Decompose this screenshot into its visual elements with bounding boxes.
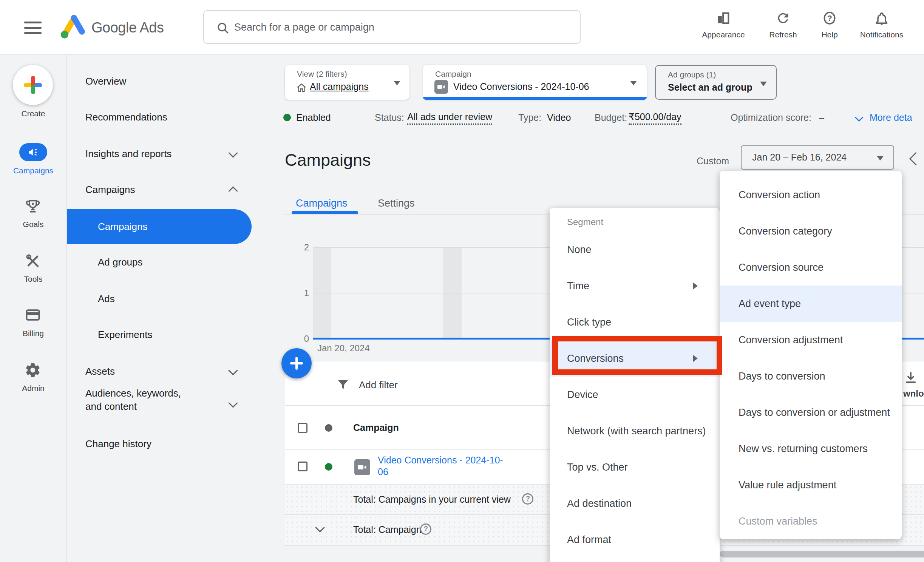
submenu-item-new-vs-returning[interactable]: New vs. returning customers (720, 431, 902, 467)
nav-item-audiences[interactable]: Audiences, keywords, and content (85, 387, 184, 413)
budget-label: Budget: (595, 112, 627, 123)
rail-item-billing[interactable] (25, 307, 41, 325)
nav-item-assets[interactable]: Assets (85, 366, 115, 377)
rail-item-tools[interactable] (25, 253, 41, 271)
menu-item-none[interactable]: None (550, 232, 720, 268)
enabled-label[interactable]: Enabled (296, 112, 331, 123)
trophy-icon (25, 198, 41, 215)
submenu-item-value-rule-adjustment[interactable]: Value rule adjustment (720, 467, 902, 503)
tools-icon (25, 253, 41, 269)
download-label-clipped: wnloa (903, 388, 924, 399)
view-filter-label: View (2 filters) (297, 69, 347, 79)
nav-item-ads[interactable]: Ads (98, 293, 115, 305)
main-menu-icon[interactable] (24, 17, 44, 37)
create-plus-icon (31, 76, 35, 94)
create-button[interactable] (13, 65, 53, 105)
date-range-selector[interactable]: Jan 20 – Feb 16, 2024 (741, 145, 894, 170)
menu-item-network[interactable]: Network (with search partners) (550, 413, 720, 449)
nav-item-recommendations[interactable]: Recommendations (85, 111, 167, 123)
campaign-column-header[interactable]: Campaign (353, 422, 399, 433)
menu-item-time[interactable]: Time (550, 268, 720, 304)
add-filter-button[interactable]: Add filter (359, 379, 398, 391)
campaign-filter-chip[interactable]: Campaign Video Conversions - 2024-10-06 (423, 65, 647, 100)
submenu-item-conversion-category[interactable]: Conversion category (720, 213, 902, 249)
collapse-panel-icon[interactable] (909, 152, 922, 165)
row-checkbox[interactable] (298, 462, 307, 471)
chevron-down-icon[interactable] (228, 366, 238, 375)
rail-item-goals[interactable] (25, 198, 41, 216)
enabled-status-dot (283, 114, 291, 121)
chevron-down-icon[interactable] (228, 148, 238, 157)
nav-item-change-history[interactable]: Change history (85, 438, 151, 450)
menu-item-device[interactable]: Device (550, 377, 720, 413)
type-label: Type: (518, 112, 541, 123)
optimization-score-label: Optimization score: (731, 112, 811, 123)
view-filter-chip[interactable]: View (2 filters) All campaigns (285, 65, 409, 100)
chevron-down-icon[interactable] (228, 398, 238, 408)
campaign-name-link[interactable]: Video Conversions - 2024-10-06 (378, 454, 510, 478)
submenu-item-conversion-source[interactable]: Conversion source (720, 249, 902, 286)
rail-tools-label: Tools (0, 275, 66, 284)
nav-item-insights[interactable]: Insights and reports (85, 148, 172, 160)
chevron-up-icon[interactable] (228, 186, 238, 196)
google-ads-logo-icon (60, 15, 85, 39)
hamburger-bar (24, 27, 42, 29)
search-input[interactable] (233, 14, 567, 40)
menu-item-label: Conversion adjustment (739, 334, 843, 346)
menu-item-label: Custom variables (739, 516, 817, 527)
plus-icon (295, 357, 298, 370)
menu-item-top-vs-other[interactable]: Top vs. Other (550, 449, 720, 485)
menu-item-ad-destination[interactable]: Ad destination (550, 485, 720, 522)
rail-admin-label: Admin (0, 384, 66, 393)
submenu-item-days-to-conversion[interactable]: Days to conversion (720, 358, 902, 394)
tab-settings[interactable]: Settings (378, 198, 415, 209)
submenu-item-conversion-adjustment[interactable]: Conversion adjustment (720, 322, 902, 358)
menu-item-label: Ad event type (739, 298, 801, 310)
nav-item-experiments[interactable]: Experiments (98, 329, 153, 341)
hamburger-bar (24, 32, 42, 34)
menu-item-label: Conversion action (739, 189, 820, 201)
status-column-dot (325, 424, 332, 432)
nav-item-campaigns-group[interactable]: Campaigns (85, 184, 135, 196)
date-mode-label: Custom (697, 156, 729, 167)
dropdown-caret-icon (630, 81, 637, 85)
more-details-link[interactable]: More deta (870, 112, 912, 123)
dropdown-caret-icon (394, 81, 400, 85)
notifications-button[interactable]: Notifications (853, 11, 910, 39)
hamburger-bar (24, 22, 42, 23)
page-title: Campaigns (285, 150, 371, 170)
y-axis-tick: 1 (290, 288, 309, 298)
menu-item-label: None (567, 244, 592, 256)
chevron-down-icon[interactable] (855, 113, 864, 122)
appearance-button[interactable]: Appearance (695, 11, 752, 39)
menu-item-click-type[interactable]: Click type (550, 304, 720, 340)
status-value[interactable]: All ads under review (407, 111, 492, 125)
add-campaign-fab[interactable] (281, 348, 312, 378)
row-enabled-dot (325, 463, 332, 471)
help-circle-icon[interactable] (522, 493, 533, 505)
notifications-bell-icon (874, 11, 889, 26)
appearance-label: Appearance (695, 30, 752, 39)
submenu-item-ad-event-type[interactable]: Ad event type (720, 286, 902, 322)
submenu-item-days-to-conversion-or-adjustment[interactable]: Days to conversion or adjustment (720, 394, 902, 431)
rail-campaigns-label: Campaigns (0, 166, 66, 175)
download-icon[interactable] (904, 371, 918, 385)
help-button[interactable]: ? Help (801, 11, 858, 39)
menu-item-label: Ad destination (567, 498, 632, 510)
nav-item-overview[interactable]: Overview (85, 76, 126, 87)
rail-item-campaigns[interactable] (19, 143, 47, 161)
nav-item-ad-groups[interactable]: Ad groups (98, 256, 143, 268)
select-all-checkbox[interactable] (298, 423, 307, 433)
video-campaign-icon (434, 80, 448, 94)
nav-item-campaigns-selected[interactable]: Campaigns (67, 209, 252, 244)
filter-funnel-icon[interactable] (336, 378, 350, 391)
budget-value[interactable]: ₹500.00/day (629, 111, 681, 125)
menu-item-ad-format[interactable]: Ad format (550, 522, 720, 558)
ad-group-filter-chip[interactable]: Ad groups (1) Select an ad group (655, 65, 777, 100)
rail-item-admin[interactable] (25, 362, 41, 380)
horizontal-scrollbar[interactable] (720, 551, 924, 557)
submenu-item-conversion-action[interactable]: Conversion action (720, 177, 902, 213)
tab-campaigns[interactable]: Campaigns (296, 198, 348, 209)
notifications-label: Notifications (853, 30, 910, 39)
help-circle-icon[interactable] (420, 523, 431, 535)
